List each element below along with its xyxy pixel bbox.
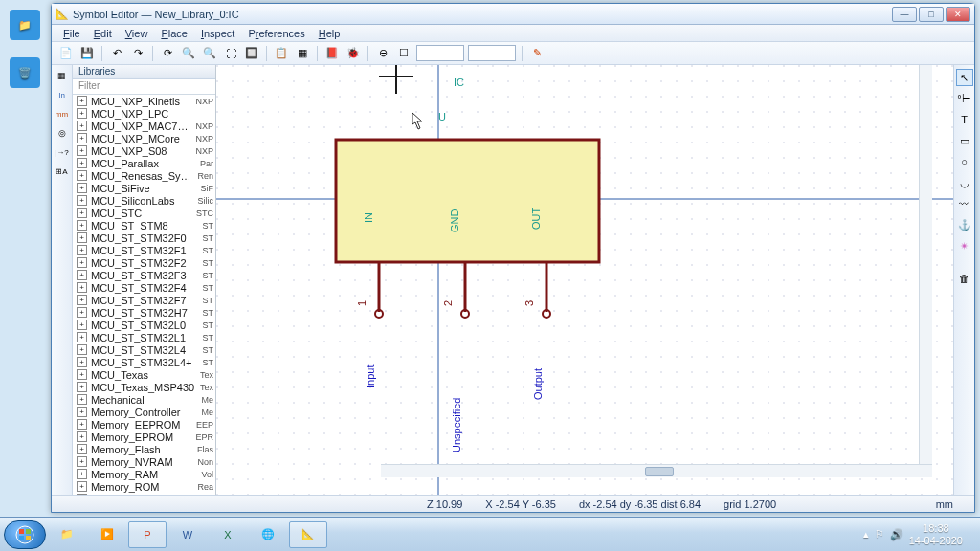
desktop-icon[interactable]: 📁: [6, 10, 44, 42]
redo-icon[interactable]: ↷: [129, 45, 146, 62]
explorer-icon[interactable]: 📁: [48, 521, 86, 548]
scrollbar-horizontal[interactable]: [381, 464, 932, 477]
save-icon[interactable]: 💾: [78, 45, 96, 62]
library-item[interactable]: +MCU_NXP_KinetisNXP: [73, 95, 215, 107]
volume-icon[interactable]: 🔊: [890, 528, 903, 540]
demorgan-icon[interactable]: ⊖: [374, 45, 391, 62]
menu-edit[interactable]: Edit: [88, 26, 118, 41]
word-icon[interactable]: W: [168, 521, 207, 548]
menu-file[interactable]: File: [57, 26, 86, 41]
grid-icon[interactable]: ▦: [54, 67, 71, 84]
cursor-icon[interactable]: ◎: [54, 124, 71, 142]
pin-name-icon[interactable]: ⊞A: [54, 163, 71, 180]
excel-icon[interactable]: X: [209, 521, 247, 548]
close-button[interactable]: ✕: [946, 7, 970, 22]
library-item[interactable]: +MCU_NXP_LPC: [73, 107, 215, 120]
network-icon[interactable]: ⚐: [875, 528, 884, 540]
library-item[interactable]: +MCU_ParallaxPar: [73, 157, 215, 169]
menu-help[interactable]: Help: [313, 26, 346, 41]
library-item[interactable]: +MCU_NXP_S08NXP: [73, 144, 215, 157]
chrome-icon[interactable]: 🌐: [249, 521, 287, 548]
svg-text:GND: GND: [449, 209, 460, 233]
erc-icon[interactable]: 🐞: [345, 45, 362, 62]
titlebar[interactable]: 📐 Symbol Editor — New_Library_0:IC — □ ✕: [52, 4, 974, 25]
kicad-icon[interactable]: 📐: [289, 521, 327, 548]
library-item[interactable]: +MCU_ST_STM32F0ST: [73, 231, 215, 244]
media-icon[interactable]: ▶️: [88, 521, 126, 548]
units-in-icon[interactable]: In: [54, 86, 71, 103]
right-toolbar: ↖ °⊢ T ▭ ○ ◡ 〰 ⚓ ✴ 🗑: [953, 65, 974, 495]
library-item[interactable]: +MCU_ST_STM32H7ST: [73, 306, 215, 319]
text-icon[interactable]: T: [956, 111, 973, 128]
undo-icon[interactable]: ↶: [108, 45, 125, 62]
units-mm-icon[interactable]: mm: [54, 105, 71, 122]
menu-view[interactable]: View: [120, 26, 154, 41]
arc-icon[interactable]: ◡: [956, 174, 973, 191]
library-item[interactable]: +MCU_ST_STM32L0ST: [73, 319, 215, 331]
library-item[interactable]: +MCU_NXP_MCoreNXP: [73, 132, 215, 144]
library-item[interactable]: +MCU_ST_STM32F2ST: [73, 256, 215, 269]
zoom-fit-icon[interactable]: ⛶: [222, 45, 239, 62]
library-item[interactable]: +MCU_ST_STM32L4ST: [73, 343, 215, 356]
library-item[interactable]: +MCU_STCSTC: [73, 207, 215, 219]
system-tray[interactable]: ▴ ⚐ 🔊 18:3814-04-2020: [863, 521, 976, 548]
library-item[interactable]: +Memory_FlashFlas: [73, 443, 215, 455]
library-item[interactable]: +Memory_EEPROMEEP: [73, 418, 215, 430]
zoom-out-icon[interactable]: 🔍: [201, 45, 218, 62]
taskbar[interactable]: 📁 ▶️ P W X 🌐 📐 ▴ ⚐ 🔊 18:3814-04-2020: [0, 517, 980, 551]
library-item[interactable]: +MCU_SiliconLabsSilic: [73, 194, 215, 207]
properties-icon[interactable]: 📋: [273, 45, 290, 62]
tray-chevron-icon[interactable]: ▴: [863, 528, 869, 540]
unit-select[interactable]: [416, 45, 464, 61]
canvas[interactable]: IC U IN GND OUT 1 2 3 Input: [216, 65, 953, 495]
pin-icon[interactable]: °⊢: [956, 90, 973, 107]
start-button[interactable]: [4, 520, 46, 549]
library-item[interactable]: +MCU_ST_STM32L1ST: [73, 331, 215, 343]
library-item[interactable]: +MCU_NXP_MAC7100NXP: [73, 120, 215, 132]
filter-input[interactable]: Filter: [73, 79, 215, 95]
maximize-button[interactable]: □: [919, 7, 944, 22]
library-item[interactable]: +Memory_NVRAMNon: [73, 455, 215, 468]
library-item[interactable]: +Memory_RAMVol: [73, 468, 215, 480]
menu-inspect[interactable]: Inspect: [195, 26, 240, 41]
select-icon[interactable]: ↖: [956, 69, 973, 86]
library-item[interactable]: +MCU_SiFiveSiF: [73, 182, 215, 194]
anchor-icon[interactable]: ⚓: [956, 216, 973, 233]
library-item[interactable]: +MCU_Texas_MSP430Tex: [73, 381, 215, 393]
library-list[interactable]: +MCU_NXP_KinetisNXP+MCU_NXP_LPC+MCU_NXP_…: [73, 95, 215, 495]
zoom-redraw-icon[interactable]: ⟳: [159, 45, 176, 62]
demorgan-select[interactable]: [468, 45, 516, 61]
desktop-icon[interactable]: 🗑️: [6, 57, 44, 90]
delete-icon[interactable]: 🗑: [956, 270, 973, 287]
powerpoint-icon[interactable]: P: [128, 521, 167, 548]
library-item[interactable]: +MCU_Renesas_Synergy_S1Ren: [73, 169, 215, 182]
zoom-in-icon[interactable]: 🔍: [180, 45, 197, 62]
add-pin-icon[interactable]: ✎: [528, 45, 546, 62]
library-item[interactable]: +Memory_ROMRea: [73, 480, 215, 493]
scrollbar-vertical[interactable]: [919, 65, 932, 464]
import-icon[interactable]: ✴: [956, 237, 973, 254]
pin-table-icon[interactable]: ▦: [294, 45, 311, 62]
library-item[interactable]: +MechanicalMe: [73, 393, 215, 406]
library-item[interactable]: +MCU_ST_STM32F3ST: [73, 269, 215, 281]
library-item[interactable]: +MCU_ST_STM8ST: [73, 219, 215, 231]
library-item[interactable]: +MCU_ST_STM32F1ST: [73, 244, 215, 256]
library-item[interactable]: +Memory_ControllerMe: [73, 406, 215, 418]
pin-num-icon[interactable]: |→?: [54, 143, 71, 161]
new-icon[interactable]: 📄: [57, 45, 75, 62]
circle-icon[interactable]: ○: [956, 153, 973, 170]
polyline-icon[interactable]: 〰: [956, 195, 973, 212]
minimize-button[interactable]: —: [892, 7, 917, 22]
library-item[interactable]: +MCU_ST_STM32L4+ST: [73, 356, 215, 368]
clock[interactable]: 18:3814-04-2020: [909, 522, 963, 545]
library-item[interactable]: +MCU_TexasTex: [73, 368, 215, 381]
library-item[interactable]: +Memory_EPROMEPR: [73, 430, 215, 443]
menu-preferences[interactable]: Preferences: [242, 26, 310, 41]
menu-place[interactable]: Place: [155, 26, 193, 41]
rect-icon[interactable]: ▭: [956, 132, 973, 149]
library-item[interactable]: +MCU_ST_STM32F7ST: [73, 294, 215, 306]
sync-icon[interactable]: ☐: [395, 45, 412, 62]
library-item[interactable]: +MCU_ST_STM32F4ST: [73, 281, 215, 294]
datasheet-icon[interactable]: 📕: [323, 45, 341, 62]
zoom-select-icon[interactable]: 🔲: [243, 45, 260, 62]
